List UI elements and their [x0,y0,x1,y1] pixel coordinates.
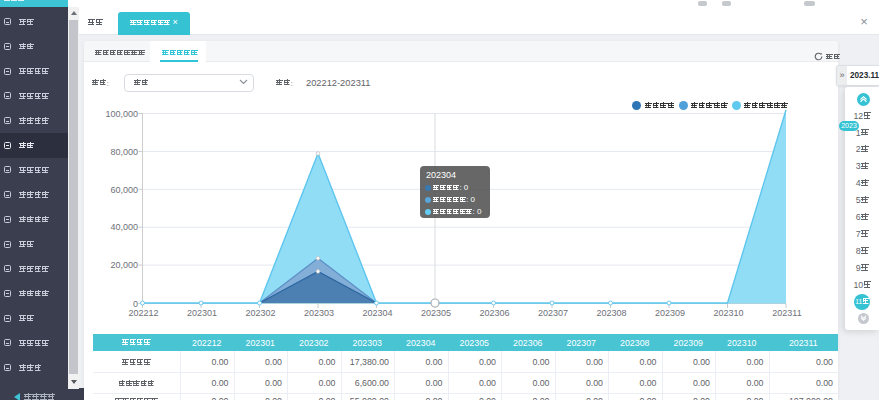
svg-text:100,000: 100,000 [105,109,138,119]
svg-text:202309: 202309 [655,308,685,318]
svg-text:202306: 202306 [479,308,509,318]
svg-text:202305: 202305 [421,308,451,318]
svg-text:202307: 202307 [538,308,568,318]
svg-text:80,000: 80,000 [110,147,138,157]
svg-text:202301: 202301 [187,308,217,318]
svg-text:202311: 202311 [772,308,801,318]
svg-text:202308: 202308 [596,308,626,318]
svg-text:202304: 202304 [362,308,392,318]
svg-text:60,000: 60,000 [110,185,138,195]
svg-text:202212: 202212 [128,308,158,318]
svg-text:20,000: 20,000 [110,260,138,270]
svg-text:202302: 202302 [245,308,275,318]
svg-text:202310: 202310 [713,308,743,318]
svg-text:40,000: 40,000 [110,222,138,232]
svg-text:202303: 202303 [304,308,334,318]
